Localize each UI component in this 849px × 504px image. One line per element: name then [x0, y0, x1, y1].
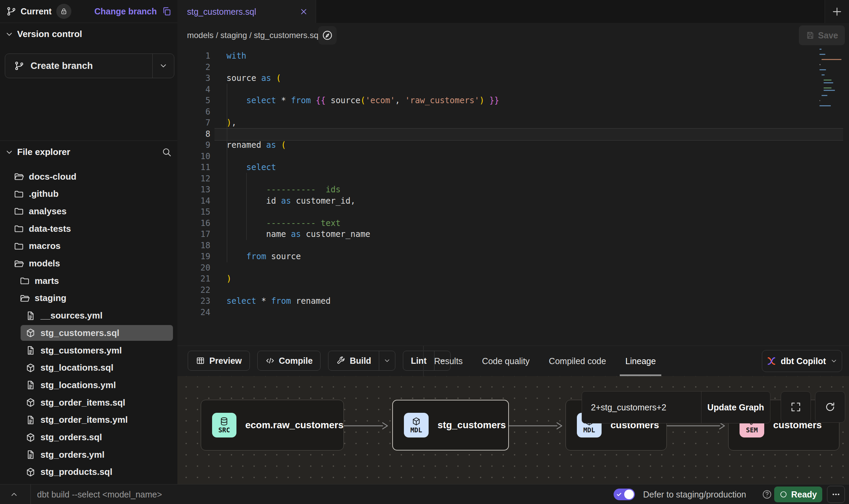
branch-header: Current Change branch: [0, 0, 177, 23]
lineage-node-ecom-raw-customers[interactable]: SRCecom.raw_customers: [201, 400, 344, 451]
fullscreen-button[interactable]: [781, 391, 811, 423]
toggle-knob: [624, 490, 634, 499]
dbt-cloud-ide: Current Change branch Version control Cr…: [0, 0, 849, 504]
explorer-item-stg-order-items-sql[interactable]: stg_order_items.sql: [21, 395, 173, 410]
lineage-node-stg-customers[interactable]: MDLstg_customers: [392, 400, 509, 451]
tab-stg-customers-sql[interactable]: stg_customers.sql: [177, 0, 316, 23]
model-icon: [25, 363, 36, 373]
explorer-item-stg-locations-sql[interactable]: stg_locations.sql: [21, 360, 173, 376]
file-label: models: [29, 258, 60, 269]
copy-icon[interactable]: [162, 6, 172, 16]
line-number: 22: [177, 285, 210, 296]
help-icon[interactable]: [762, 489, 772, 500]
explorer-item-data-tests[interactable]: data-tests: [9, 221, 173, 237]
file-label: stg_customers.yml: [40, 345, 122, 356]
minimap[interactable]: [819, 49, 841, 162]
line-number: 12: [177, 173, 210, 184]
compile-button[interactable]: Compile: [257, 351, 321, 371]
panel-tab-results[interactable]: Results: [434, 346, 463, 376]
chevron-up-icon[interactable]: [10, 490, 19, 499]
current-branch-label: Current: [21, 7, 51, 16]
preview-button[interactable]: Preview: [188, 351, 250, 371]
copilot-label: dbt Copilot: [781, 356, 826, 366]
explorer-item-stg-orders-sql[interactable]: stg_orders.sql: [21, 430, 173, 445]
explorer-item-marts[interactable]: marts: [15, 273, 173, 289]
explorer-item-stg-customers-yml[interactable]: stg_customers.yml: [21, 343, 173, 358]
explorer-item-analyses[interactable]: analyses: [9, 203, 173, 219]
command-input[interactable]: dbt build --select <model_name>: [37, 484, 162, 504]
build-dropdown[interactable]: [379, 357, 395, 364]
fullscreen-icon: [790, 401, 802, 413]
toolbar-divider: [423, 346, 424, 376]
line-number: 21: [177, 273, 210, 285]
explorer-item-stg-orders-yml[interactable]: stg_orders.yml: [21, 447, 173, 463]
new-tab-button[interactable]: [825, 0, 849, 23]
panel-tabs: ResultsCode qualityCompiled codeLineage: [434, 346, 656, 376]
explorer-item-docs-cloud[interactable]: docs-cloud: [9, 169, 173, 184]
line-number: 14: [177, 195, 210, 207]
copilot-compass-button[interactable]: [318, 26, 337, 45]
more-options-button[interactable]: [827, 486, 845, 503]
explorer-item-stg-customers-sql[interactable]: stg_customers.sql: [21, 325, 173, 341]
panel-tab-compiled-code[interactable]: Compiled code: [549, 346, 606, 376]
save-button[interactable]: Save: [799, 25, 845, 45]
ready-status-button[interactable]: Ready: [774, 487, 822, 502]
panel-tab-lineage[interactable]: Lineage: [625, 346, 656, 376]
minimap-line-mark: [819, 49, 822, 50]
explorer-item--sources-yml[interactable]: __sources.yml: [21, 308, 173, 324]
explorer-item-stg-locations-yml[interactable]: stg_locations.yml: [21, 377, 173, 393]
line-number: 18: [177, 240, 210, 251]
node-label: stg_customers: [438, 420, 506, 431]
file-explorer-title: File explorer: [17, 147, 70, 157]
dbt-copilot-button[interactable]: dbt Copilot: [762, 350, 842, 372]
file-icon: [25, 311, 36, 321]
build-button[interactable]: Build: [328, 351, 395, 371]
chevron-icon: [383, 357, 391, 364]
update-graph-button[interactable]: Update Graph: [701, 392, 770, 423]
git-branch-icon: [14, 61, 24, 71]
folder-icon: [14, 206, 24, 216]
explorer-item-stg-products-sql[interactable]: stg_products.sql: [21, 464, 173, 480]
line-number: 8: [177, 129, 210, 140]
chevron-down-icon[interactable]: [159, 61, 168, 70]
lineage-filter-input[interactable]: 2+stg_customers+2: [582, 392, 701, 423]
model-icon: [25, 397, 36, 408]
badge-label: SEM: [746, 426, 758, 434]
line-number: 3: [177, 73, 210, 84]
ready-label: Ready: [791, 490, 817, 500]
panel-tab-code-quality[interactable]: Code quality: [482, 346, 530, 376]
create-branch-button[interactable]: Create branch: [5, 53, 174, 78]
breadcrumb-row: models / staging / stg_customers.sql: [177, 23, 849, 48]
tab-title: stg_customers.sql: [187, 7, 256, 17]
explorer-item--github[interactable]: .github: [9, 186, 173, 202]
version-control-section[interactable]: Version control: [5, 29, 82, 39]
file-label: docs-cloud: [29, 171, 77, 182]
badge-label: MDL: [410, 426, 422, 434]
file-explorer-section[interactable]: File explorer: [5, 147, 172, 157]
close-icon[interactable]: [299, 7, 308, 16]
folderOpen-icon: [14, 259, 24, 269]
explorer-item-stg-order-items-yml[interactable]: stg_order_items.yml: [21, 412, 173, 428]
toolbar-buttons: PreviewCompileBuildLint: [188, 351, 451, 371]
change-branch-button[interactable]: Change branch: [94, 7, 157, 16]
refresh-button[interactable]: [815, 391, 845, 423]
dbt-copilot-logo-icon: [766, 356, 777, 366]
compile-label: Compile: [279, 356, 313, 366]
explorer-item-models[interactable]: models: [9, 256, 173, 272]
plus-icon: [831, 6, 842, 17]
line-number: 20: [177, 262, 210, 274]
file-label: stg_locations.yml: [40, 380, 116, 391]
code-line-23: select * from renamed: [226, 296, 330, 307]
section-divider: [0, 141, 177, 141]
defer-toggle[interactable]: [614, 489, 635, 500]
refresh-icon: [824, 401, 836, 413]
line-number: 5: [177, 95, 210, 106]
explorer-item-staging[interactable]: staging: [15, 290, 173, 306]
line-number: 19: [177, 251, 210, 262]
search-icon[interactable]: [162, 147, 172, 157]
code-line-17: name as customer_name: [226, 229, 370, 240]
code-line-7: ),: [226, 117, 236, 129]
code-editor[interactable]: 123456789101112131415161718192021222324 …: [177, 47, 849, 346]
explorer-item-macros[interactable]: macros: [9, 238, 173, 254]
git-branch-icon: [6, 6, 16, 16]
